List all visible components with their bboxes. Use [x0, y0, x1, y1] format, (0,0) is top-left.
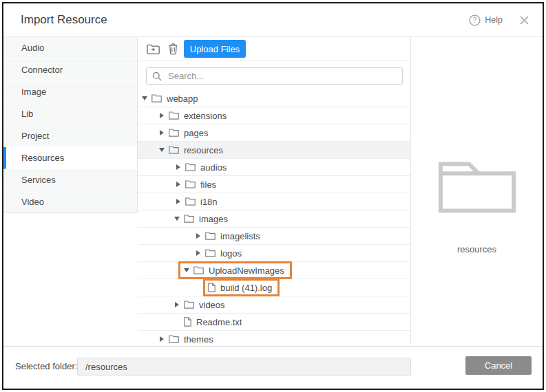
help-icon: ?	[469, 14, 481, 26]
caret-expanded-icon[interactable]	[174, 217, 180, 221]
tree-row-content: audios	[170, 158, 234, 176]
caret-expanded-icon[interactable]	[183, 268, 189, 272]
tree-row-content: extensions	[154, 107, 234, 124]
folder-icon	[169, 335, 179, 343]
folder-icon	[184, 301, 194, 309]
tree-item-label: extensions	[184, 111, 227, 121]
tree-row-content: imagelists	[190, 227, 268, 245]
annotation-highlight-box: UploadNewImages	[178, 261, 292, 279]
sidebar-item-audio[interactable]: Audio	[3, 37, 137, 59]
sidebar-item-resources[interactable]: Resources	[3, 147, 137, 169]
tree-row-content: themes	[154, 330, 221, 346]
tree-row-imagelists[interactable]: imagelists	[138, 228, 410, 245]
caret-collapsed-icon[interactable]	[158, 336, 165, 342]
tree-row-videos[interactable]: videos	[138, 296, 410, 314]
tree-row-resources[interactable]: resources	[138, 142, 410, 159]
sidebar-item-video[interactable]: Video	[3, 191, 137, 213]
tree-row-content: i18n	[170, 193, 225, 210]
selected-folder-input[interactable]	[77, 358, 411, 375]
tree-item-label: themes	[184, 334, 213, 345]
tree-row-pages[interactable]: pages	[138, 124, 410, 142]
search-box	[146, 67, 403, 85]
dialog-title: Import Resource	[21, 3, 107, 36]
folder-icon	[169, 111, 179, 120]
upload-files-button[interactable]: Upload Files	[184, 40, 246, 58]
tree-item-label: UploadNewImages	[209, 265, 284, 276]
caret-collapsed-icon[interactable]	[175, 164, 181, 170]
tree-row-files[interactable]: files	[138, 176, 410, 193]
tree-row-content: files	[170, 175, 224, 193]
tree-row-webapp[interactable]: webapp	[138, 90, 410, 107]
sidebar-item-project[interactable]: Project	[3, 125, 137, 147]
caret-collapsed-icon[interactable]	[158, 113, 165, 118]
sidebar-item-label: Project	[21, 131, 49, 141]
folder-icon	[169, 129, 179, 137]
caret-collapsed-icon[interactable]	[195, 250, 201, 256]
caret-collapsed-icon[interactable]	[195, 233, 201, 239]
tree-item-label: webapp	[167, 94, 198, 104]
tree-row-extensions[interactable]: extensions	[138, 107, 410, 124]
caret-collapsed-icon[interactable]	[175, 199, 181, 204]
folder-icon	[185, 197, 196, 206]
folder-icon	[185, 180, 196, 188]
folder-icon	[185, 163, 196, 171]
folder-icon	[184, 215, 194, 223]
preview-panel: resources	[411, 37, 543, 346]
tree-item-label: build (41).log	[220, 283, 272, 293]
sidebar-item-services[interactable]: Services	[3, 169, 137, 191]
tree-row-themes[interactable]: themes	[138, 331, 410, 346]
import-resource-dialog: Import Resource ? Help Audi	[2, 2, 544, 390]
tree-row-logos[interactable]: logos	[138, 245, 410, 262]
tree-row-audios[interactable]: audios	[138, 159, 410, 176]
dialog-footer: Selected folder: Cancel	[3, 346, 543, 386]
tree-row-content: videos	[169, 296, 233, 314]
folder-icon	[193, 266, 204, 274]
annotation-highlight-box: build (41).log	[203, 279, 280, 296]
sidebar-item-connector[interactable]: Connector	[3, 59, 137, 81]
close-icon	[520, 16, 529, 25]
tree-item-label: videos	[199, 300, 225, 310]
folder-icon	[205, 249, 216, 257]
tree-row-content: resources	[154, 141, 231, 159]
delete-button[interactable]	[165, 42, 180, 56]
tree-row-content: Readme.txt	[179, 313, 249, 331]
tree-row-build-41-log[interactable]: build (41).log	[138, 279, 410, 296]
tree-row-uploadnewimages[interactable]: UploadNewImages	[138, 262, 410, 279]
tree-item-label: imagelists	[220, 231, 260, 241]
sidebar-item-label: Audio	[21, 43, 44, 53]
help-label: Help	[485, 15, 503, 25]
tree-row-readme-txt[interactable]: Readme.txt	[138, 314, 410, 331]
tree-row-content: images	[169, 210, 235, 228]
caret-collapsed-icon[interactable]	[175, 182, 181, 187]
sidebar-item-image[interactable]: Image	[3, 81, 137, 103]
sidebar-item-label: Lib	[21, 109, 33, 119]
dialog-header: Import Resource ? Help	[3, 3, 543, 37]
file-icon	[184, 317, 191, 327]
folder-preview-icon	[438, 155, 516, 215]
tree-row-content: pages	[154, 124, 216, 142]
file-icon	[208, 283, 216, 292]
sidebar-item-label: Services	[21, 175, 56, 185]
caret-collapsed-icon[interactable]	[158, 130, 165, 135]
tree-item-label: images	[199, 214, 228, 224]
tree-item-label: Readme.txt	[196, 317, 242, 327]
folder-icon	[205, 232, 216, 240]
tree-row-i18n[interactable]: i18n	[138, 193, 410, 210]
caret-expanded-icon[interactable]	[158, 148, 165, 152]
caret-collapsed-icon[interactable]	[174, 302, 180, 307]
selected-folder-label: Selected folder:	[15, 361, 77, 371]
tree-item-label: resources	[184, 145, 223, 155]
new-folder-button[interactable]	[145, 42, 160, 56]
preview-folder-label: resources	[457, 244, 496, 254]
sidebar-item-label: Resources	[21, 153, 64, 163]
help-button[interactable]: ? Help	[469, 14, 503, 26]
tree-row-images[interactable]: images	[138, 210, 410, 228]
tree-item-label: logos	[220, 248, 242, 259]
tree-item-label: i18n	[200, 197, 218, 207]
tree-row-content: logos	[190, 244, 249, 262]
caret-expanded-icon[interactable]	[141, 96, 147, 100]
search-input[interactable]	[167, 70, 397, 82]
close-button[interactable]	[518, 14, 530, 26]
cancel-button[interactable]: Cancel	[465, 356, 532, 375]
sidebar-item-lib[interactable]: Lib	[3, 103, 137, 125]
